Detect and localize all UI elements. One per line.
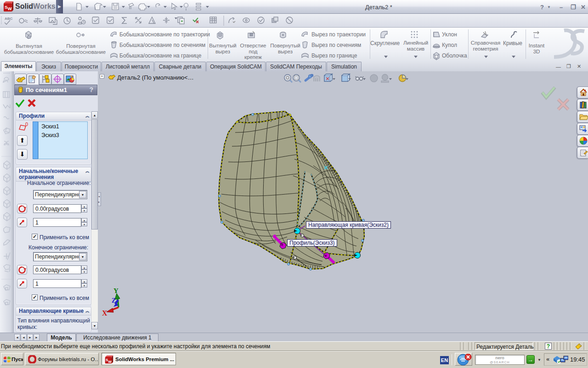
svg-text:S: S [106,358,108,362]
svg-text:0: 0 [25,122,28,127]
svg-text:X: X [102,309,107,317]
svg-text:Y: Y [113,287,119,294]
svg-text:W: W [8,6,12,11]
svg-text:Z: Z [112,297,116,304]
svg-text:ABC: ABC [5,17,13,21]
svg-text:W: W [108,360,112,364]
